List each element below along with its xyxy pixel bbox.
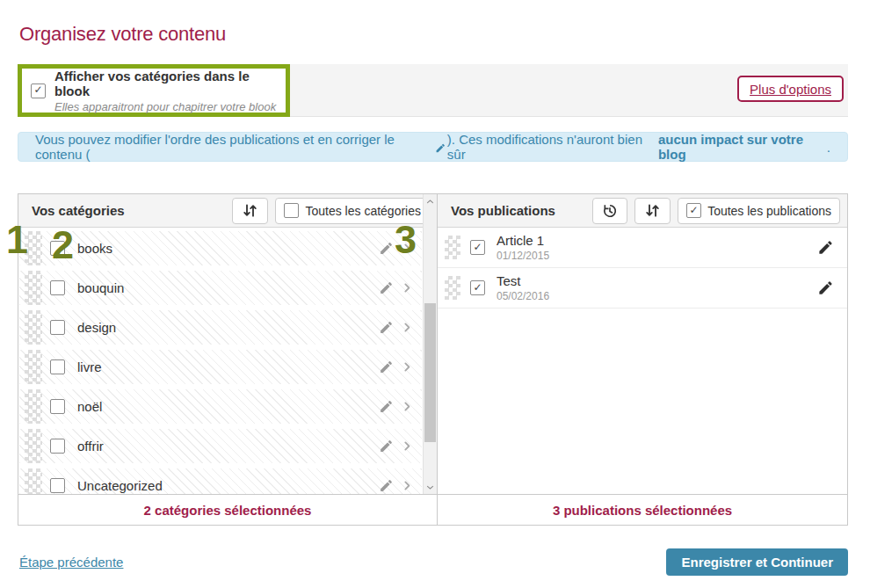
category-row: ✓ Uncategorized [19,468,422,494]
publications-history-button[interactable] [592,198,627,224]
drag-handle[interactable] [25,271,42,305]
category-checkbox[interactable]: ✓ [50,439,65,454]
edit-icon[interactable] [379,399,394,414]
publications-panel: Vos publications ✓ Toutes les publicatio… [438,194,847,494]
display-categories-checkbox[interactable]: ✓ [31,83,46,98]
category-checkbox[interactable]: ✓ [50,359,65,374]
drag-handle[interactable] [445,236,460,259]
publication-date: 01/12/2015 [497,250,549,262]
category-checkbox[interactable]: ✓ [50,320,65,335]
scroll-up-arrow[interactable] [424,195,437,207]
previous-step-link[interactable]: Étape précédente [19,555,123,570]
category-label: offrir [77,439,104,454]
publication-texts: Article 1 01/12/2015 [497,233,549,262]
publication-checkbox[interactable]: ✓ [470,240,485,255]
publications-panel-title: Vos publications [451,203,555,218]
categories-select-all-button[interactable]: ✓ Toutes les catégories [275,198,430,224]
category-checkbox[interactable]: ✓ [50,280,65,295]
scroll-down-arrow[interactable] [424,481,437,493]
publication-row: ✓ Test 05/02/2016 [438,268,847,309]
publication-checkbox[interactable]: ✓ [470,280,485,295]
categories-sort-button[interactable] [232,198,268,224]
drag-handle[interactable] [25,429,42,463]
edit-icon[interactable] [817,239,834,256]
categories-scrollbar[interactable] [423,194,437,494]
info-banner-text-2: ). Ces modifications n'auront bien sûr [447,132,658,162]
categories-selected-count: 2 catégories sélectionnées [18,495,438,525]
scrollbar-thumb[interactable] [424,303,436,442]
info-banner-text-1: Vous pouvez modifier l'ordre des publica… [35,132,434,162]
edit-icon[interactable] [379,359,394,374]
publications-list: ✓ Article 1 01/12/2015 ✓ Test 05/02/2016 [438,228,847,494]
category-label: design [77,320,116,335]
check-icon: ✓ [33,84,42,95]
category-row: ✓ livre [19,350,422,384]
category-checkbox[interactable]: ✓ [50,399,65,414]
publication-texts: Test 05/02/2016 [497,273,549,302]
publications-select-all-checkbox[interactable]: ✓ [686,203,701,218]
edit-icon[interactable] [379,241,394,256]
drag-handle[interactable] [25,231,42,265]
category-row: ✓ noël [19,389,422,424]
check-icon: ✓ [690,205,699,215]
publications-selected-count: 3 publications sélectionnées [438,495,847,525]
category-row: ✓ bouquin [19,271,422,305]
save-continue-button[interactable]: Enregistrer et Continuer [666,548,848,576]
edit-icon[interactable] [817,279,834,296]
chevron-right-icon[interactable] [402,401,413,412]
publication-title: Test [497,273,549,288]
info-banner: Vous pouvez modifier l'ordre des publica… [18,132,848,162]
check-icon: ✓ [473,242,482,252]
display-categories-texts: Afficher vos catégories dans le blook El… [54,69,277,113]
display-categories-option: ✓ Afficher vos catégories dans le blook … [18,64,290,117]
categories-list: ✓ books ✓ bouquin ✓ design ✓ livre ✓ noë… [18,228,437,494]
categories-select-all-label: Toutes les catégories [305,204,421,218]
chevron-right-icon[interactable] [402,480,413,491]
categories-panel-title: Vos catégories [32,203,125,218]
category-row: ✓ offrir [19,429,422,463]
chevron-right-icon[interactable] [402,282,413,294]
publications-sort-button[interactable] [634,198,671,224]
drag-handle[interactable] [445,276,460,300]
category-label: books [77,241,112,256]
chevron-down-icon [426,483,434,491]
selection-counts: 2 catégories sélectionnées 3 publication… [18,494,847,525]
top-bar: ✓ Afficher vos catégories dans le blook … [18,64,848,117]
info-banner-bold-text: aucun impact sur votre blog [658,132,827,162]
info-banner-text-3: . [827,140,830,155]
display-categories-sublabel: Elles apparaitront pour chapitrer votre … [54,100,277,113]
publications-select-all-button[interactable]: ✓ Toutes les publications [678,198,840,224]
category-label: noël [77,399,102,414]
drag-handle[interactable] [25,468,42,494]
chevron-right-icon[interactable] [402,322,413,333]
category-checkbox[interactable]: ✓ [50,478,65,493]
chevron-up-icon [426,198,434,206]
category-row: ✓ books [19,231,422,265]
pencil-icon [435,142,446,154]
sort-icon [643,201,662,220]
chevron-right-icon[interactable] [402,440,413,452]
category-row: ✓ design [19,310,422,345]
categories-panel: Vos catégories ✓ Toutes les catégories ✓… [18,194,438,494]
edit-icon[interactable] [379,478,394,493]
more-options-button[interactable]: Plus d'options [737,76,844,102]
drag-handle[interactable] [25,389,42,424]
categories-header: Vos catégories ✓ Toutes les catégories [18,194,437,228]
sort-icon [241,201,259,220]
publications-header: Vos publications ✓ Toutes les publicatio… [438,194,847,228]
edit-icon[interactable] [379,439,394,454]
chevron-right-icon[interactable] [402,361,413,373]
edit-icon[interactable] [379,320,394,335]
history-icon [601,202,619,220]
edit-icon[interactable] [379,280,394,295]
display-categories-label: Afficher vos catégories dans le blook [54,69,277,98]
chevron-right-icon[interactable] [402,243,413,254]
check-icon: ✓ [473,282,482,293]
category-label: livre [77,359,102,374]
drag-handle[interactable] [25,350,42,384]
drag-handle[interactable] [25,310,42,345]
publications-select-all-label: Toutes les publications [707,204,831,218]
page-title: Organisez votre contenu [19,23,226,46]
categories-select-all-checkbox[interactable]: ✓ [284,203,299,218]
category-checkbox[interactable]: ✓ [50,241,65,256]
